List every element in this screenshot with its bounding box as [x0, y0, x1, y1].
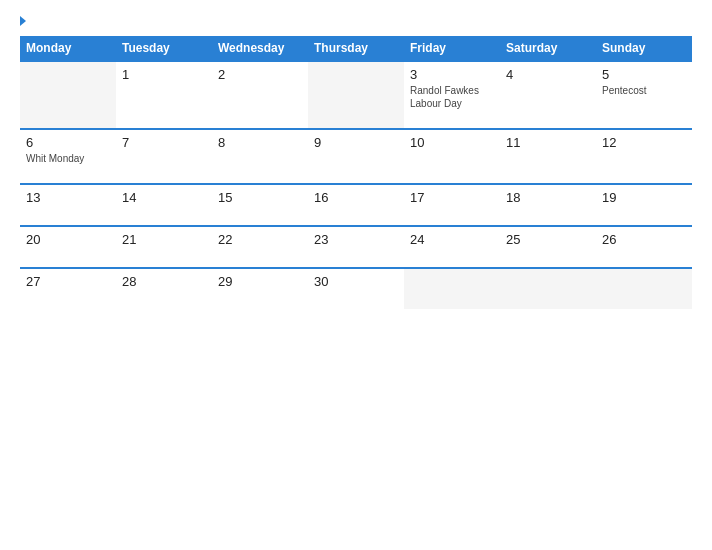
- day-cell: 27: [20, 268, 116, 309]
- day-number: 3: [410, 67, 494, 82]
- col-header-wednesday: Wednesday: [212, 36, 308, 61]
- day-cell: 13: [20, 184, 116, 226]
- day-cell: 1: [116, 61, 212, 129]
- day-number: 4: [506, 67, 590, 82]
- day-cell: 24: [404, 226, 500, 268]
- day-number: 1: [122, 67, 206, 82]
- day-cell: 5Pentecost: [596, 61, 692, 129]
- logo-triangle-icon: [20, 16, 26, 26]
- week-row-3: 13141516171819: [20, 184, 692, 226]
- day-cell: 28: [116, 268, 212, 309]
- day-number: 26: [602, 232, 686, 247]
- day-cell: 19: [596, 184, 692, 226]
- week-row-1: 123Randol FawkesLabour Day45Pentecost: [20, 61, 692, 129]
- day-cell: 6Whit Monday: [20, 129, 116, 184]
- col-header-tuesday: Tuesday: [116, 36, 212, 61]
- day-number: 8: [218, 135, 302, 150]
- weekday-header-row: MondayTuesdayWednesdayThursdayFridaySatu…: [20, 36, 692, 61]
- holiday-label: Randol Fawkes: [410, 84, 494, 97]
- day-cell: [404, 268, 500, 309]
- day-number: 7: [122, 135, 206, 150]
- day-number: 25: [506, 232, 590, 247]
- col-header-sunday: Sunday: [596, 36, 692, 61]
- day-number: 18: [506, 190, 590, 205]
- day-number: 5: [602, 67, 686, 82]
- day-number: 23: [314, 232, 398, 247]
- day-number: 12: [602, 135, 686, 150]
- day-cell: 17: [404, 184, 500, 226]
- logo-blue-text: [20, 16, 28, 26]
- day-number: 30: [314, 274, 398, 289]
- day-cell: 4: [500, 61, 596, 129]
- day-number: 21: [122, 232, 206, 247]
- day-cell: 29: [212, 268, 308, 309]
- day-number: 2: [218, 67, 302, 82]
- day-cell: 22: [212, 226, 308, 268]
- col-header-friday: Friday: [404, 36, 500, 61]
- week-row-5: 27282930: [20, 268, 692, 309]
- holiday-label: Pentecost: [602, 84, 686, 97]
- day-cell: 3Randol FawkesLabour Day: [404, 61, 500, 129]
- day-cell: 25: [500, 226, 596, 268]
- day-cell: 21: [116, 226, 212, 268]
- holiday-label: Whit Monday: [26, 152, 110, 165]
- day-cell: [500, 268, 596, 309]
- day-number: 11: [506, 135, 590, 150]
- day-cell: 12: [596, 129, 692, 184]
- col-header-saturday: Saturday: [500, 36, 596, 61]
- day-cell: 20: [20, 226, 116, 268]
- day-cell: [596, 268, 692, 309]
- day-cell: 10: [404, 129, 500, 184]
- day-cell: 26: [596, 226, 692, 268]
- day-cell: 9: [308, 129, 404, 184]
- logo: [20, 16, 28, 26]
- day-number: 6: [26, 135, 110, 150]
- day-cell: 30: [308, 268, 404, 309]
- day-number: 20: [26, 232, 110, 247]
- day-number: 15: [218, 190, 302, 205]
- day-number: 17: [410, 190, 494, 205]
- col-header-monday: Monday: [20, 36, 116, 61]
- day-number: 10: [410, 135, 494, 150]
- day-cell: [20, 61, 116, 129]
- calendar-table: MondayTuesdayWednesdayThursdayFridaySatu…: [20, 36, 692, 309]
- day-cell: 8: [212, 129, 308, 184]
- day-number: 22: [218, 232, 302, 247]
- day-cell: 16: [308, 184, 404, 226]
- day-cell: 14: [116, 184, 212, 226]
- week-row-4: 20212223242526: [20, 226, 692, 268]
- day-cell: 18: [500, 184, 596, 226]
- day-cell: 7: [116, 129, 212, 184]
- day-cell: 23: [308, 226, 404, 268]
- week-row-2: 6Whit Monday789101112: [20, 129, 692, 184]
- day-number: 19: [602, 190, 686, 205]
- calendar-header: [20, 16, 692, 26]
- calendar-container: MondayTuesdayWednesdayThursdayFridaySatu…: [0, 0, 712, 550]
- day-number: 24: [410, 232, 494, 247]
- holiday-label: Labour Day: [410, 97, 494, 110]
- day-number: 14: [122, 190, 206, 205]
- col-header-thursday: Thursday: [308, 36, 404, 61]
- day-cell: 11: [500, 129, 596, 184]
- day-cell: [308, 61, 404, 129]
- day-number: 16: [314, 190, 398, 205]
- day-number: 29: [218, 274, 302, 289]
- day-cell: 2: [212, 61, 308, 129]
- day-number: 9: [314, 135, 398, 150]
- day-number: 13: [26, 190, 110, 205]
- day-number: 28: [122, 274, 206, 289]
- day-number: 27: [26, 274, 110, 289]
- day-cell: 15: [212, 184, 308, 226]
